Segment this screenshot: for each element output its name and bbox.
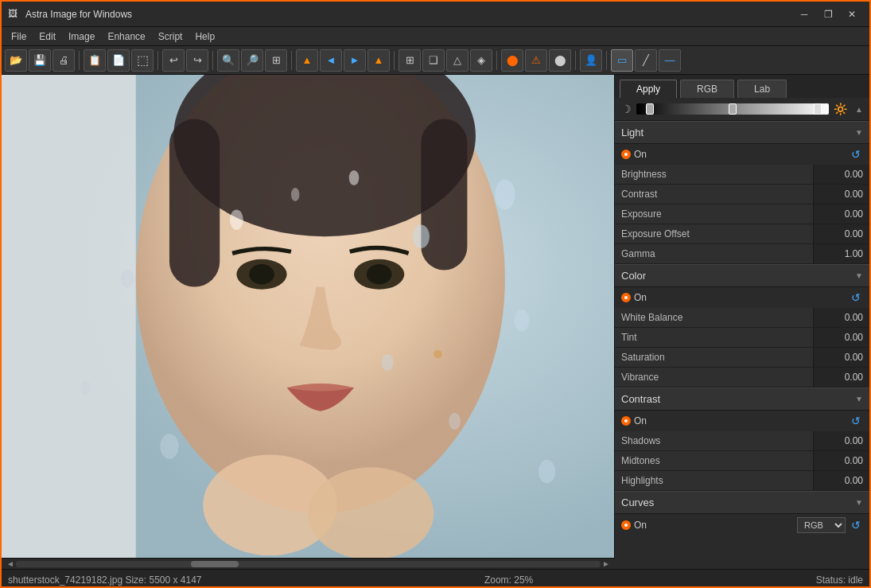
contrast-value[interactable]: 0.00 [814, 185, 869, 204]
gradient-track[interactable] [636, 103, 829, 115]
gradient-thumb-right[interactable] [814, 103, 822, 115]
color-on-radio[interactable] [621, 293, 631, 302]
shadows-value[interactable]: 0.00 [814, 431, 869, 450]
paste-button[interactable]: 📄 [107, 49, 130, 72]
light-on-radio[interactable] [621, 150, 631, 159]
brightness-value[interactable]: 0.00 [814, 165, 869, 184]
exposure-label: Exposure [615, 204, 814, 224]
svg-rect-4 [169, 119, 220, 287]
vibrance-value[interactable]: 0.00 [814, 368, 869, 387]
saturation-value[interactable]: 0.00 [814, 348, 869, 367]
horizontal-scrollbar[interactable]: ◄ ► [2, 558, 615, 569]
toolbar-separator-8 [606, 51, 607, 70]
section-curves-header[interactable]: Curves ▼ [615, 491, 869, 514]
warn-button[interactable]: ⚠ [525, 49, 547, 72]
color-params: White Balance 0.00 Tint 0.00 Saturation … [615, 308, 869, 387]
scroll-left-arrow[interactable]: ◄ [5, 559, 16, 568]
section-light-header[interactable]: Light ▼ [615, 121, 869, 144]
contrast-on-label[interactable]: On [621, 415, 647, 426]
line-tool-button[interactable]: ╱ [635, 49, 657, 72]
close-button[interactable]: ✕ [841, 6, 863, 23]
effect3-button[interactable]: ⬤ [549, 49, 571, 72]
zoom-out-button[interactable]: 🔎 [241, 49, 263, 72]
highlights-value[interactable]: 0.00 [814, 471, 869, 490]
light-refresh-button[interactable]: ↺ [849, 147, 863, 162]
color-on-row: On ↺ [615, 287, 869, 308]
gamma-value[interactable]: 1.00 [814, 244, 869, 263]
panel-scroll-area[interactable]: Light ▼ On ↺ Brightness 0.00 [615, 121, 869, 569]
menu-file[interactable]: File [5, 29, 33, 44]
midtones-value[interactable]: 0.00 [814, 451, 869, 470]
light-on-label[interactable]: On [621, 149, 647, 160]
param-exposure: Exposure 0.00 [615, 204, 869, 224]
zoom-level: Zoom: 25% [484, 574, 533, 586]
line2-tool-button[interactable]: — [659, 49, 681, 72]
undo-button[interactable]: ↩ [162, 49, 185, 72]
white-balance-value[interactable]: 0.00 [814, 308, 869, 327]
contrast-refresh-button[interactable]: ↺ [849, 414, 863, 428]
shape-button[interactable]: △ [446, 49, 469, 72]
copy-button[interactable]: 📋 [84, 49, 106, 72]
gradient-thumb-left[interactable] [646, 103, 654, 115]
triangle-up2-button[interactable]: ▲ [367, 49, 390, 72]
svg-point-21 [539, 460, 555, 484]
restore-button[interactable]: ❐ [817, 6, 839, 23]
exposure-offset-value[interactable]: 0.00 [814, 224, 869, 243]
triangle-left-button[interactable]: ◄ [320, 49, 342, 72]
svg-point-9 [367, 264, 392, 284]
tab-apply[interactable]: Apply [620, 80, 677, 98]
menu-image[interactable]: Image [62, 29, 101, 44]
grid-button[interactable]: ⊞ [399, 49, 421, 72]
tab-rgb[interactable]: RGB [680, 80, 734, 98]
triangle-right-button[interactable]: ► [344, 49, 366, 72]
exposure-value[interactable]: 0.00 [814, 204, 869, 224]
gradient-highlight-icon: 🔆 [834, 103, 847, 115]
scroll-thumb[interactable] [191, 561, 239, 567]
tab-lab[interactable]: Lab [737, 80, 787, 98]
color-refresh-button[interactable]: ↺ [849, 290, 863, 305]
curves-on-radio[interactable] [621, 520, 631, 530]
midtones-label: Midtones [615, 451, 814, 470]
fit-button[interactable]: ⊞ [265, 49, 287, 72]
effect1-button[interactable]: ⬤ [501, 49, 523, 72]
menu-edit[interactable]: Edit [33, 29, 62, 44]
crop-button[interactable]: ⬚ [131, 49, 154, 72]
triangle-up-button[interactable]: ▲ [296, 49, 318, 72]
menu-enhance[interactable]: Enhance [101, 29, 151, 44]
contrast-on-radio[interactable] [621, 416, 631, 426]
section-color-header[interactable]: Color ▼ [615, 264, 869, 287]
profile-button[interactable]: 👤 [580, 49, 602, 72]
image-canvas-area[interactable] [2, 75, 615, 558]
rect-select-button[interactable]: ▭ [611, 49, 633, 72]
redo-button[interactable]: ↪ [186, 49, 208, 72]
panel-scroll-up[interactable]: ▲ [855, 105, 863, 114]
contrast-label: Contrast [615, 185, 814, 204]
scroll-track[interactable] [16, 561, 601, 567]
print-button[interactable]: 🖨 [52, 49, 75, 72]
svg-point-19 [160, 434, 178, 459]
svg-point-8 [249, 264, 274, 284]
svg-point-15 [495, 180, 515, 210]
open-button[interactable]: 📂 [5, 49, 27, 72]
scroll-right-arrow[interactable]: ► [601, 559, 612, 568]
toolbar-separator-3 [212, 51, 213, 70]
section-contrast-header[interactable]: Contrast ▼ [615, 387, 869, 411]
filter-button[interactable]: ◈ [470, 49, 492, 72]
curves-on-row: On RGB Red Green Blue ↺ [615, 514, 869, 536]
curves-on-label[interactable]: On [621, 520, 647, 531]
tint-value[interactable]: 0.00 [814, 328, 869, 347]
panel-tabs: Apply RGB Lab [615, 75, 869, 98]
minimize-button[interactable]: ─ [793, 6, 815, 23]
zoom-in-button[interactable]: 🔍 [217, 49, 239, 72]
color-on-label[interactable]: On [621, 292, 647, 303]
curves-refresh-button[interactable]: ↺ [849, 518, 863, 532]
window-controls: ─ ❐ ✕ [793, 6, 863, 23]
gradient-thumb-mid[interactable] [729, 103, 737, 115]
svg-point-20 [449, 413, 461, 430]
menu-help[interactable]: Help [189, 29, 221, 44]
save-button[interactable]: 💾 [29, 49, 51, 72]
curves-channel-select[interactable]: RGB Red Green Blue [797, 517, 846, 533]
layers-button[interactable]: ❑ [422, 49, 445, 72]
menu-script[interactable]: Script [152, 29, 189, 44]
param-white-balance: White Balance 0.00 [615, 308, 869, 328]
